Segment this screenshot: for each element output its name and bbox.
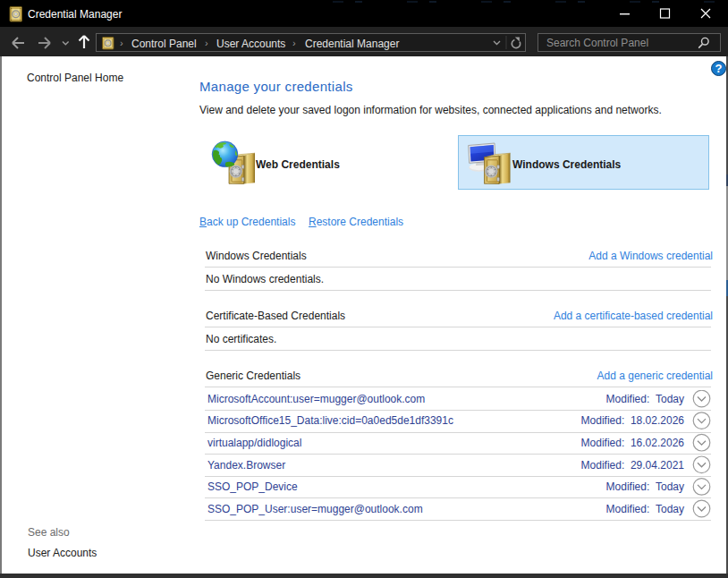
svg-text:?: ? bbox=[715, 62, 723, 75]
